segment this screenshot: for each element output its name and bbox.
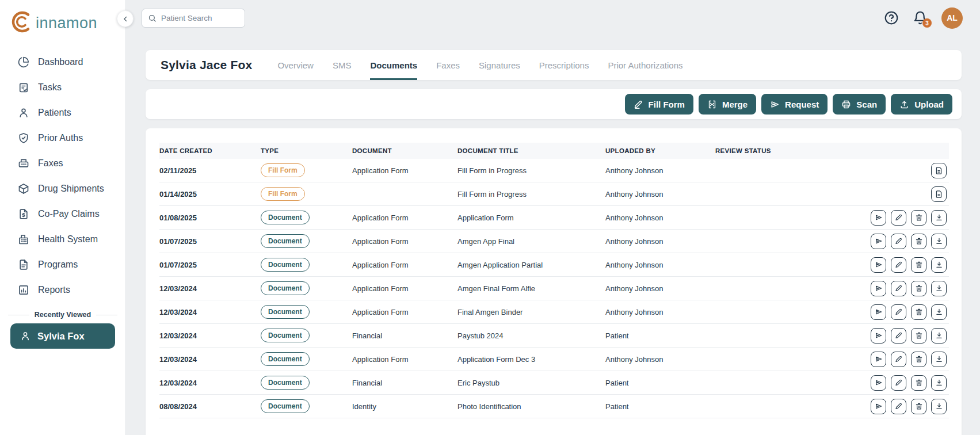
- send-button[interactable]: [871, 352, 886, 367]
- view-document-button[interactable]: [931, 163, 947, 178]
- sidebar-item-faxes[interactable]: Faxes: [0, 151, 125, 176]
- type-badge: Document: [261, 211, 310, 224]
- tab-faxes[interactable]: Faxes: [436, 50, 460, 80]
- download-button[interactable]: [931, 257, 947, 273]
- cell-uploaded-by: Anthony Johnson: [605, 308, 715, 316]
- sidebar-item-patients[interactable]: Patients: [0, 100, 125, 125]
- fax-icon: [18, 158, 29, 169]
- search-icon: [148, 14, 157, 22]
- edit-button[interactable]: [891, 257, 906, 273]
- sidebar-item-reports[interactable]: Reports: [0, 277, 125, 303]
- column-header-document-title: DOCUMENT TITLE: [457, 147, 605, 154]
- download-button[interactable]: [931, 210, 947, 226]
- download-button[interactable]: [931, 281, 947, 296]
- edit-button[interactable]: [891, 399, 906, 414]
- column-header-uploaded-by: UPLOADED BY: [605, 147, 715, 154]
- type-badge: Fill Form: [261, 187, 305, 201]
- sidebar-item-health-system[interactable]: Health System: [0, 227, 125, 252]
- download-button[interactable]: [931, 399, 947, 414]
- notifications-button[interactable]: 3: [913, 10, 928, 25]
- tab-signatures[interactable]: Signatures: [479, 50, 520, 80]
- recent-patient-label: Sylvia Fox: [37, 331, 85, 342]
- send-button[interactable]: [871, 281, 886, 296]
- edit-button[interactable]: [891, 234, 906, 249]
- type-badge: Document: [261, 352, 310, 366]
- sidebar-item-label: Programs: [38, 260, 78, 270]
- delete-button[interactable]: [911, 399, 926, 414]
- download-button[interactable]: [931, 328, 947, 344]
- logo-c-mark-icon: [9, 9, 35, 35]
- pencil-icon: [895, 355, 903, 363]
- sidebar-item-drug-shipments[interactable]: Drug Shipments: [0, 176, 125, 201]
- type-badge: Document: [261, 329, 310, 342]
- tab-overview[interactable]: Overview: [277, 50, 314, 80]
- delete-button[interactable]: [911, 257, 926, 273]
- recently-viewed-divider: Recently Viewed: [8, 311, 117, 319]
- tab-documents[interactable]: Documents: [370, 50, 417, 80]
- send-button[interactable]: [871, 234, 886, 249]
- download-button[interactable]: [931, 234, 947, 249]
- edit-button[interactable]: [891, 352, 906, 367]
- upload-button[interactable]: Upload: [891, 94, 952, 115]
- sidebar-item-programs[interactable]: Programs: [0, 252, 125, 277]
- send-button[interactable]: [871, 210, 886, 226]
- view-document-button[interactable]: [931, 186, 947, 202]
- send-button[interactable]: [871, 399, 886, 414]
- patient-search-box[interactable]: [142, 9, 245, 28]
- download-icon: [935, 402, 943, 410]
- cell-uploaded-by: Anthony Johnson: [605, 261, 715, 269]
- table-row: 12/03/2024 Document Application Form App…: [159, 348, 949, 371]
- delete-button[interactable]: [911, 352, 926, 367]
- trash-icon: [915, 402, 923, 410]
- cell-date: 12/03/2024: [159, 379, 261, 387]
- send-button[interactable]: [871, 304, 886, 320]
- sidebar-collapse-button[interactable]: [117, 10, 134, 27]
- delete-button[interactable]: [911, 234, 926, 249]
- tab-sms[interactable]: SMS: [333, 50, 352, 80]
- cell-date: 12/03/2024: [159, 308, 261, 316]
- sidebar-item-tasks[interactable]: Tasks: [0, 75, 125, 100]
- request-button[interactable]: Request: [761, 94, 828, 115]
- scan-button[interactable]: Scan: [833, 94, 886, 115]
- tab-prior-authorizations[interactable]: Prior Authorizations: [608, 50, 682, 80]
- help-button[interactable]: [884, 10, 899, 25]
- pencil-icon: [895, 261, 903, 269]
- pencil-icon: [895, 308, 903, 316]
- trash-icon: [915, 331, 923, 339]
- send-button[interactable]: [871, 328, 886, 344]
- delete-button[interactable]: [911, 328, 926, 344]
- file-text-icon: [18, 259, 29, 270]
- send-button[interactable]: [871, 375, 886, 391]
- delete-button[interactable]: [911, 210, 926, 226]
- download-button[interactable]: [931, 352, 947, 367]
- cell-title: Amgen Application Partial: [457, 261, 605, 269]
- patient-search-input[interactable]: [161, 14, 239, 22]
- download-icon: [935, 379, 943, 387]
- merge-button[interactable]: Merge: [699, 94, 756, 115]
- sidebar-item-co-pay-claims[interactable]: Co-Pay Claims: [0, 201, 125, 227]
- download-button[interactable]: [931, 304, 947, 320]
- edit-button[interactable]: [891, 281, 906, 296]
- sidebar-item-prior-auths[interactable]: Prior Auths: [0, 125, 125, 151]
- sidebar: innamon Dashboard Tasks Patients Prior A…: [0, 0, 126, 435]
- patient-name: Sylvia Jace Fox: [161, 58, 252, 72]
- sidebar-item-label: Co-Pay Claims: [38, 209, 100, 219]
- delete-button[interactable]: [911, 375, 926, 391]
- edit-button[interactable]: [891, 328, 906, 344]
- sidebar-recent-patient-sylvia-fox[interactable]: Sylvia Fox: [10, 323, 115, 349]
- sidebar-item-dashboard[interactable]: Dashboard: [0, 49, 125, 75]
- edit-button[interactable]: [891, 375, 906, 391]
- download-button[interactable]: [931, 375, 947, 391]
- table-row: 01/07/2025 Document Application Form Amg…: [159, 230, 949, 253]
- delete-button[interactable]: [911, 304, 926, 320]
- edit-button[interactable]: [891, 304, 906, 320]
- tab-prescriptions[interactable]: Prescriptions: [539, 50, 589, 80]
- trash-icon: [915, 284, 923, 292]
- user-avatar[interactable]: AL: [941, 7, 963, 29]
- cell-uploaded-by: Anthony Johnson: [605, 213, 715, 222]
- fill-form-button[interactable]: Fill Form: [625, 94, 693, 115]
- send-button[interactable]: [871, 257, 886, 273]
- edit-button[interactable]: [891, 210, 906, 226]
- clipboard-check-icon: [18, 82, 29, 93]
- delete-button[interactable]: [911, 281, 926, 296]
